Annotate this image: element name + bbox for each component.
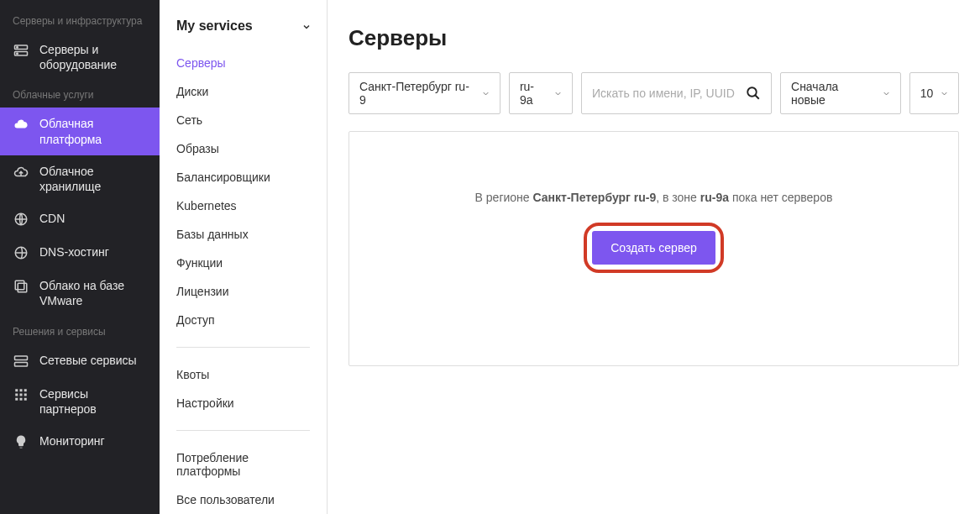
dns-icon xyxy=(13,244,29,261)
sidebar-item-vmware[interactable]: Облако на базе VMware xyxy=(0,270,160,317)
section-title-servers: Серверы и инфраструктура xyxy=(0,7,160,34)
chevron-down-icon xyxy=(481,89,490,97)
light-sidebar-item[interactable]: Функции xyxy=(160,249,327,277)
region-dropdown[interactable]: Санкт-Петербург ru-9 xyxy=(349,72,500,114)
section-title-solutions: Решения и сервисы xyxy=(0,317,160,344)
svg-point-3 xyxy=(17,53,18,55)
sidebar-item-cdn[interactable]: CDN xyxy=(0,202,160,236)
sort-dropdown[interactable]: Сначала новые xyxy=(780,72,901,114)
sidebar-item-label: CDN xyxy=(39,211,65,226)
svg-rect-6 xyxy=(15,281,24,290)
chevron-down-icon xyxy=(553,89,562,97)
chevron-down-icon xyxy=(301,22,310,30)
section-title-cloud: Облачные услуги xyxy=(0,81,160,108)
my-services-label: My services xyxy=(176,18,253,34)
lightbulb-icon xyxy=(13,433,29,450)
empty-state-panel: В регионе Санкт-Петербург ru-9, в зоне r… xyxy=(349,131,959,366)
filters-row: Санкт-Петербург ru-9 ru-9a Сначала новые… xyxy=(349,72,959,114)
light-sidebar-item[interactable]: Серверы xyxy=(160,49,327,77)
chevron-down-icon xyxy=(940,89,948,97)
light-sidebar-item[interactable]: Диски xyxy=(160,77,327,106)
zone-value: ru-9a xyxy=(520,80,547,107)
light-sidebar-item[interactable]: Образы xyxy=(160,134,327,163)
cloud-upload-icon xyxy=(13,164,29,181)
svg-point-2 xyxy=(17,47,18,49)
light-sidebar-item[interactable]: Квоты xyxy=(160,360,327,389)
sidebar-light: My services СерверыДискиСетьОбразыБаланс… xyxy=(160,0,328,514)
apps-icon xyxy=(13,386,29,403)
svg-rect-12 xyxy=(24,389,27,391)
light-sidebar-item[interactable]: Базы данных xyxy=(160,220,327,249)
sidebar-item-label: Облачная платформа xyxy=(39,116,147,146)
server-icon xyxy=(13,42,29,59)
svg-rect-18 xyxy=(24,397,27,400)
cloud-icon xyxy=(13,116,29,133)
divider xyxy=(176,430,310,431)
sidebar-item-label: DNS-хостинг xyxy=(39,244,109,260)
light-sidebar-item[interactable]: Сеть xyxy=(160,106,327,134)
zone-dropdown[interactable]: ru-9a xyxy=(509,72,573,114)
sidebar-dark: Серверы и инфраструктура Серверы и обору… xyxy=(0,0,160,514)
svg-rect-13 xyxy=(15,393,18,396)
sidebar-item-cloud-storage[interactable]: Облачное хранилище xyxy=(0,155,160,202)
svg-rect-14 xyxy=(20,393,23,396)
sidebar-item-monitoring[interactable]: Мониторинг xyxy=(0,425,160,459)
svg-line-20 xyxy=(755,95,759,99)
sidebar-item-label: Сетевые сервисы xyxy=(39,353,137,368)
sidebar-item-partner-services[interactable]: Сервисы партнеров xyxy=(0,378,160,425)
light-sidebar-item[interactable]: Лицензии xyxy=(160,277,327,306)
light-sidebar-item[interactable]: Настройки xyxy=(160,389,327,417)
svg-rect-7 xyxy=(18,283,27,292)
divider xyxy=(176,347,310,348)
light-sidebar-item[interactable]: Доступ xyxy=(160,306,327,334)
sidebar-item-servers-equipment[interactable]: Серверы и оборудование xyxy=(0,34,160,81)
light-sidebar-item[interactable]: Потребление платформы xyxy=(160,443,327,485)
sidebar-item-network-services[interactable]: Сетевые сервисы xyxy=(0,344,160,378)
svg-rect-15 xyxy=(24,393,27,396)
region-value: Санкт-Петербург ru-9 xyxy=(359,80,474,107)
svg-rect-8 xyxy=(15,356,28,360)
count-value: 10 xyxy=(920,87,934,100)
light-sidebar-item[interactable]: Kubernetes xyxy=(160,191,327,220)
sidebar-item-label: Серверы и оборудование xyxy=(39,42,147,72)
svg-rect-17 xyxy=(20,397,23,400)
svg-rect-16 xyxy=(15,397,18,400)
light-sidebar-item[interactable]: Все пользователи xyxy=(160,485,327,514)
my-services-toggle[interactable]: My services xyxy=(160,0,327,49)
svg-rect-10 xyxy=(15,389,18,391)
highlight-annotation: Создать сервер xyxy=(584,223,724,273)
count-dropdown[interactable]: 10 xyxy=(909,72,959,114)
sidebar-item-cloud-platform[interactable]: Облачная платформа xyxy=(0,108,160,155)
network-icon xyxy=(13,353,29,370)
sidebar-item-label: Мониторинг xyxy=(39,433,105,448)
svg-point-19 xyxy=(747,87,757,97)
search-icon xyxy=(746,86,761,101)
sidebar-item-dns[interactable]: DNS-хостинг xyxy=(0,236,160,270)
light-sidebar-item[interactable]: Балансировщики xyxy=(160,163,327,191)
main-content: Серверы Санкт-Петербург ru-9 ru-9a Снача… xyxy=(328,0,980,514)
page-title: Серверы xyxy=(349,25,959,51)
sidebar-item-label: Облако на базе VMware xyxy=(39,278,147,308)
vmware-icon xyxy=(13,278,29,295)
sidebar-item-label: Облачное хранилище xyxy=(39,164,147,194)
svg-rect-9 xyxy=(15,362,28,366)
search-input[interactable] xyxy=(592,87,739,100)
chevron-down-icon xyxy=(882,89,890,97)
sidebar-item-label: Сервисы партнеров xyxy=(39,386,147,417)
create-server-button[interactable]: Создать сервер xyxy=(592,231,715,265)
svg-rect-11 xyxy=(20,389,23,391)
sort-value: Сначала новые xyxy=(791,80,875,107)
empty-state-text: В регионе Санкт-Петербург ru-9, в зоне r… xyxy=(366,191,941,204)
search-box[interactable] xyxy=(581,72,772,114)
globe-icon xyxy=(13,211,29,228)
